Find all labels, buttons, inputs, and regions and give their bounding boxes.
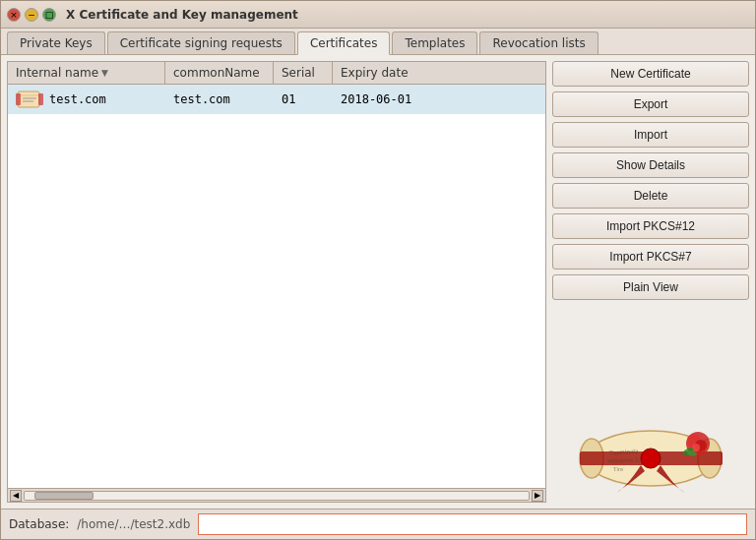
svg-text:Windows I.: Windows I. [607, 455, 640, 465]
import-pkcs12-button[interactable]: Import PKCS#12 [552, 213, 749, 239]
bottom-bar: Database: /home/…/test2.xdb [1, 509, 755, 539]
col-common-name[interactable]: commonName [165, 62, 274, 84]
close-button[interactable]: × [7, 8, 21, 22]
cell-internal-name: test.com [8, 87, 165, 112]
show-details-button[interactable]: Show Details [552, 152, 749, 178]
database-path: /home/…/test2.xdb [77, 517, 190, 531]
database-input[interactable] [198, 513, 747, 535]
new-certificate-button[interactable]: New Certificate [552, 61, 749, 87]
scrollbar-thumb[interactable] [34, 492, 94, 500]
tab-templates[interactable]: Templates [392, 31, 477, 54]
col-internal-name[interactable]: Internal name ▼ [8, 62, 165, 84]
database-label: Database: [9, 517, 69, 531]
maximize-button[interactable]: □ [42, 8, 56, 22]
horizontal-scrollbar[interactable]: ◀ ▶ [8, 488, 545, 502]
tab-bar: Private Keys Certificate signing request… [1, 29, 755, 55]
cell-expiry: 2018-06-01 [333, 90, 545, 108]
scroll-decoration-icon: Tnsminata Windows I. Tins [572, 404, 729, 503]
svg-text:Tins: Tins [613, 466, 624, 472]
svg-point-10 [641, 449, 661, 468]
scroll-left-button[interactable]: ◀ [10, 490, 22, 502]
action-panel: New Certificate Export Import Show Detai… [552, 61, 749, 503]
svg-rect-2 [16, 93, 21, 105]
cell-common-name: test.com [165, 90, 274, 108]
delete-button[interactable]: Delete [552, 183, 749, 209]
tab-revocation[interactable]: Revocation lists [479, 31, 598, 54]
certificate-illustration: Tnsminata Windows I. Tins [552, 396, 749, 503]
window-controls: × − □ [7, 8, 56, 22]
table-body: test.com test.com 01 2018-06-01 [8, 85, 545, 488]
main-window: × − □ X Certificate and Key management P… [0, 0, 756, 540]
svg-rect-0 [18, 91, 39, 107]
content-area: Internal name ▼ commonName Serial Expiry… [1, 55, 755, 509]
import-button[interactable]: Import [552, 122, 749, 148]
export-button[interactable]: Export [552, 91, 749, 117]
tab-csr[interactable]: Certificate signing requests [107, 31, 295, 54]
scroll-right-button[interactable]: ▶ [532, 490, 543, 502]
col-serial[interactable]: Serial [274, 62, 333, 84]
svg-rect-3 [38, 93, 43, 105]
sort-arrow-icon: ▼ [101, 68, 108, 78]
certificate-icon [16, 89, 43, 110]
cell-serial: 01 [274, 90, 333, 108]
window-title: X Certificate and Key management [66, 8, 298, 22]
plain-view-button[interactable]: Plain View [552, 274, 749, 300]
table-row[interactable]: test.com test.com 01 2018-06-01 [8, 85, 545, 114]
scrollbar-track[interactable] [24, 491, 530, 501]
minimize-button[interactable]: − [25, 8, 38, 22]
tab-private-keys[interactable]: Private Keys [7, 31, 105, 54]
titlebar: × − □ X Certificate and Key management [1, 1, 755, 29]
table-header: Internal name ▼ commonName Serial Expiry… [8, 62, 545, 85]
certificate-table: Internal name ▼ commonName Serial Expiry… [7, 61, 546, 503]
import-pkcs7-button[interactable]: Import PKCS#7 [552, 244, 749, 270]
tab-certificates[interactable]: Certificates [297, 31, 391, 55]
col-expiry[interactable]: Expiry date [333, 62, 545, 84]
